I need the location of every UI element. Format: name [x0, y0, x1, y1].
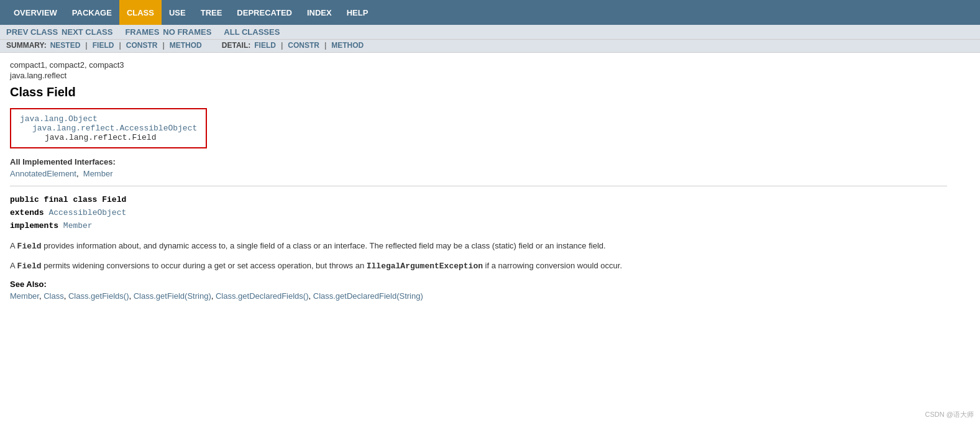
prev-next-group: PREV CLASS NEXT CLASS: [6, 27, 112, 37]
main-content: compact1, compact2, compact3 java.lang.r…: [0, 53, 957, 308]
summary-label: SUMMARY:: [6, 41, 47, 50]
nav-use[interactable]: USE: [162, 0, 193, 25]
detail-method-link[interactable]: METHOD: [331, 41, 364, 50]
summary-row: SUMMARY: NESTED | FIELD | CONSTR | METHO…: [0, 40, 980, 53]
description-1: A Field provides information about, and …: [10, 240, 947, 253]
summary-method-link[interactable]: METHOD: [170, 41, 202, 50]
all-classes-link[interactable]: ALL CLASSES: [224, 27, 280, 37]
top-nav: OVERVIEWPACKAGECLASSUSETREEDEPRECATEDIND…: [0, 0, 980, 25]
interfaces-list: AnnotatedElement, Member: [10, 169, 947, 178]
nav-index[interactable]: INDEX: [300, 0, 339, 25]
sub-nav: PREV CLASS NEXT CLASS FRAMES NO FRAMES A…: [0, 25, 980, 40]
all-classes-group: ALL CLASSES: [224, 27, 280, 37]
description-2: A Field permits widening conversions to …: [10, 260, 947, 273]
interfaces-label: All Implemented Interfaces:: [10, 157, 947, 166]
see-getdeclaredfield-link[interactable]: Class.getDeclaredField(String): [313, 291, 423, 301]
summary-field-link[interactable]: FIELD: [93, 41, 114, 50]
nav-help[interactable]: HELP: [339, 0, 376, 25]
detail-field-link[interactable]: FIELD: [254, 41, 276, 50]
class-title: Class Field: [10, 85, 947, 99]
see-class-link[interactable]: Class: [44, 291, 64, 301]
inherit-object-link[interactable]: java.lang.Object: [20, 114, 98, 124]
nav-package[interactable]: PACKAGE: [65, 0, 119, 25]
implements-link[interactable]: Member: [63, 221, 93, 230]
inherit-field-text: java.lang.reflect.Field: [45, 133, 156, 142]
package-name: java.lang.reflect: [10, 71, 947, 80]
decl-line1: public final class Field: [10, 194, 947, 207]
detail-constr-link[interactable]: CONSTR: [288, 41, 319, 50]
no-frames-link[interactable]: NO FRAMES: [163, 27, 211, 37]
nav-class[interactable]: CLASS: [119, 0, 162, 25]
divider: [10, 186, 947, 186]
detail-label: DETAIL:: [222, 41, 250, 50]
see-getfield-link[interactable]: Class.getField(String): [134, 291, 211, 301]
nav-tree[interactable]: TREE: [193, 0, 230, 25]
annotated-element-link[interactable]: AnnotatedElement: [10, 169, 76, 178]
decl-line2: extends AccessibleObject: [10, 207, 947, 220]
member-link[interactable]: Member: [83, 169, 113, 178]
class-declaration: public final class Field extends Accessi…: [10, 194, 947, 232]
frames-group: FRAMES NO FRAMES: [125, 27, 211, 37]
summary-constr-link[interactable]: CONSTR: [126, 41, 158, 50]
inherit-accessible-link[interactable]: java.lang.reflect.AccessibleObject: [32, 124, 197, 133]
see-getdeclaredfields-link[interactable]: Class.getDeclaredFields(): [216, 291, 309, 301]
frames-link[interactable]: FRAMES: [125, 27, 159, 37]
decl-line3: implements Member: [10, 220, 947, 233]
compact-versions: compact1, compact2, compact3: [10, 60, 947, 70]
prev-class-link[interactable]: PREV CLASS: [6, 27, 58, 37]
summary-nested-link[interactable]: NESTED: [50, 41, 81, 50]
see-getfields-link[interactable]: Class.getFields(): [68, 291, 129, 301]
inheritance-box: java.lang.Object java.lang.reflect.Acces…: [10, 108, 207, 148]
nav-deprecated[interactable]: DEPRECATED: [229, 0, 300, 25]
class-name-bold: Field: [102, 195, 126, 204]
nav-overview[interactable]: OVERVIEW: [6, 0, 65, 25]
next-class-link[interactable]: NEXT CLASS: [62, 27, 112, 37]
see-member-link[interactable]: Member: [10, 291, 39, 301]
extends-link[interactable]: AccessibleObject: [48, 208, 126, 217]
see-also-label: See Also:: [10, 280, 947, 289]
see-also-links: Member, Class, Class.getFields(), Class.…: [10, 291, 947, 301]
